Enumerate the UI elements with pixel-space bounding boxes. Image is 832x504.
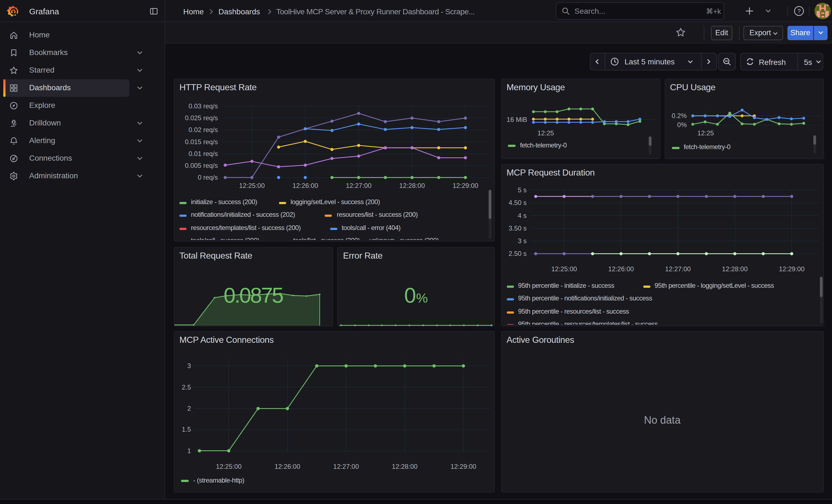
svg-text:12:28:00: 12:28:00 [392,463,417,470]
svg-text:1.5: 1.5 [182,426,191,433]
svg-text:2: 2 [187,405,191,412]
svg-text:2.5: 2.5 [182,383,191,391]
svg-text:12:26:00: 12:26:00 [275,463,300,470]
svg-text:1: 1 [187,447,191,454]
svg-text:12:25:00: 12:25:00 [216,463,241,470]
svg-text:12:27:00: 12:27:00 [333,463,359,470]
svg-text:3: 3 [187,362,191,369]
svg-text:12:29:00: 12:29:00 [450,463,476,470]
